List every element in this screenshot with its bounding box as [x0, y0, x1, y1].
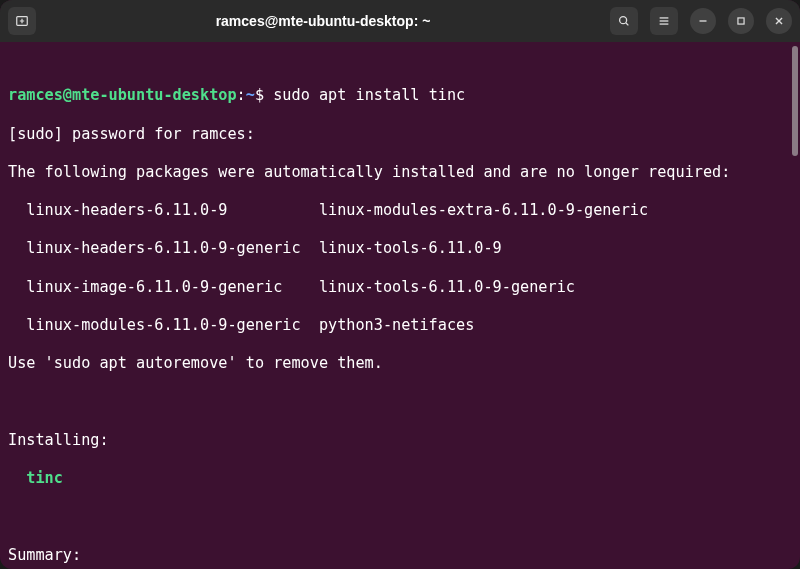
prompt-line: ramces@mte-ubuntu-desktop:~$ sudo apt in… — [8, 86, 792, 105]
svg-rect-9 — [738, 18, 744, 24]
installing-package: tinc — [8, 469, 792, 488]
output-line: linux-headers-6.11.0-9-generic linux-too… — [8, 239, 792, 258]
prompt-user-host: ramces@mte-ubuntu-desktop — [8, 86, 237, 104]
close-icon — [772, 14, 786, 28]
new-tab-button[interactable] — [8, 7, 36, 35]
svg-point-3 — [620, 17, 627, 24]
titlebar: ramces@mte-ubuntu-desktop: ~ — [0, 0, 800, 42]
output-line — [8, 507, 792, 526]
search-icon — [617, 14, 631, 28]
output-line: Installing: — [8, 431, 792, 450]
minimize-icon — [696, 14, 710, 28]
output-line: linux-modules-6.11.0-9-generic python3-n… — [8, 316, 792, 335]
output-line: [sudo] password for ramces: — [8, 125, 792, 144]
output-line: Use 'sudo apt autoremove' to remove them… — [8, 354, 792, 373]
menu-button[interactable] — [650, 7, 678, 35]
svg-line-4 — [626, 23, 629, 26]
scrollbar[interactable] — [792, 46, 798, 156]
close-button[interactable] — [766, 8, 792, 34]
output-line — [8, 393, 792, 412]
hamburger-icon — [657, 14, 671, 28]
command-text: sudo apt install tinc — [273, 86, 465, 104]
output-line: Summary: — [8, 546, 792, 565]
new-tab-icon — [15, 14, 29, 28]
output-line: The following packages were automaticall… — [8, 163, 792, 182]
output-line: linux-image-6.11.0-9-generic linux-tools… — [8, 278, 792, 297]
terminal-body[interactable]: ramces@mte-ubuntu-desktop:~$ sudo apt in… — [0, 42, 800, 569]
minimize-button[interactable] — [690, 8, 716, 34]
search-button[interactable] — [610, 7, 638, 35]
output-line: linux-headers-6.11.0-9 linux-modules-ext… — [8, 201, 792, 220]
terminal-window: ramces@mte-ubuntu-desktop: ~ ramces@mte-… — [0, 0, 800, 569]
window-title: ramces@mte-ubuntu-desktop: ~ — [36, 13, 610, 29]
maximize-button[interactable] — [728, 8, 754, 34]
maximize-icon — [734, 14, 748, 28]
prompt-path: ~ — [246, 86, 255, 104]
